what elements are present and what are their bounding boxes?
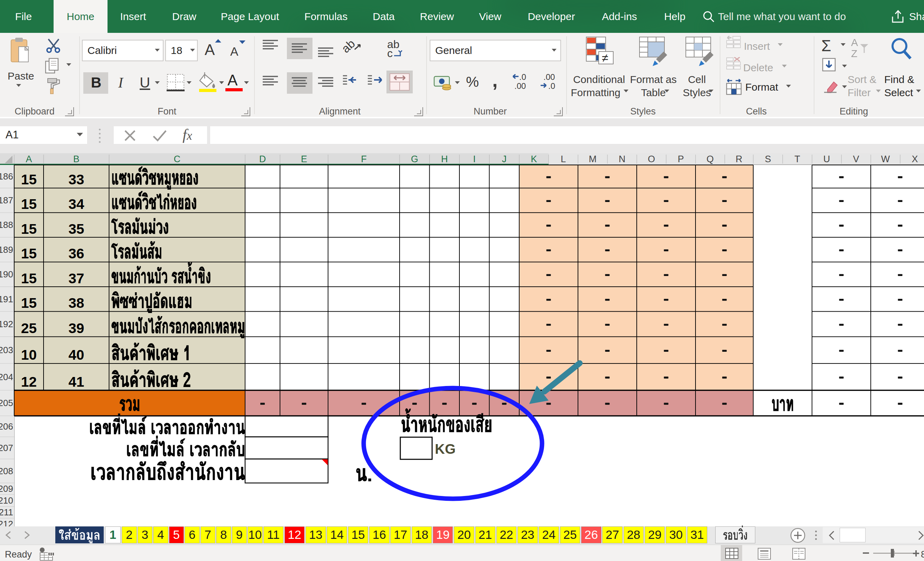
svg-text:189: 189 xyxy=(0,245,13,255)
svg-text:J: J xyxy=(502,154,507,164)
svg-text:188: 188 xyxy=(0,220,13,230)
svg-text:N: N xyxy=(619,154,626,164)
svg-text:40: 40 xyxy=(69,347,84,363)
svg-text:192: 192 xyxy=(0,319,13,329)
svg-text:A: A xyxy=(26,154,32,164)
svg-text:191: 191 xyxy=(0,294,13,304)
svg-text:15: 15 xyxy=(21,271,37,286)
svg-text:P: P xyxy=(678,154,684,164)
svg-text:M: M xyxy=(589,154,597,164)
svg-text:S: S xyxy=(765,154,771,164)
svg-text:208: 208 xyxy=(0,466,13,476)
svg-text:36: 36 xyxy=(69,245,84,262)
svg-text:206: 206 xyxy=(0,421,13,432)
svg-text:34: 34 xyxy=(69,196,84,212)
svg-text:K: K xyxy=(531,154,537,164)
svg-text:C: C xyxy=(174,154,181,164)
svg-text:V: V xyxy=(853,154,859,164)
svg-text:X: X xyxy=(912,154,918,164)
svg-text:KG: KG xyxy=(435,441,456,457)
svg-text:25: 25 xyxy=(21,320,37,336)
svg-text:204: 204 xyxy=(0,372,13,382)
svg-text:41: 41 xyxy=(69,374,84,390)
svg-text:15: 15 xyxy=(21,245,37,262)
svg-text:L: L xyxy=(561,154,566,164)
svg-text:187: 187 xyxy=(0,195,13,205)
svg-text:E: E xyxy=(301,154,307,164)
svg-text:203: 203 xyxy=(0,345,13,355)
svg-text:15: 15 xyxy=(21,171,37,188)
svg-text:H: H xyxy=(441,154,448,164)
svg-text:T: T xyxy=(794,154,800,164)
svg-text:38: 38 xyxy=(69,295,84,311)
svg-text:W: W xyxy=(881,154,890,164)
svg-text:39: 39 xyxy=(69,320,84,336)
svg-text:Q: Q xyxy=(706,154,714,164)
svg-text:15: 15 xyxy=(21,196,37,212)
svg-text:15: 15 xyxy=(21,221,37,237)
svg-text:37: 37 xyxy=(69,271,84,286)
svg-text:190: 190 xyxy=(0,269,13,280)
svg-text:D: D xyxy=(259,154,266,164)
svg-text:F: F xyxy=(361,154,367,164)
svg-text:I: I xyxy=(473,154,476,164)
svg-text:O: O xyxy=(648,154,655,164)
svg-text:10: 10 xyxy=(21,347,37,363)
svg-text:205: 205 xyxy=(0,398,13,408)
svg-text:33: 33 xyxy=(69,171,84,188)
svg-text:R: R xyxy=(736,154,742,164)
svg-text:15: 15 xyxy=(21,295,37,311)
svg-text:35: 35 xyxy=(69,221,84,237)
svg-text:207: 207 xyxy=(0,443,13,453)
svg-text:209: 209 xyxy=(0,484,13,494)
svg-text:186: 186 xyxy=(0,171,13,182)
svg-text:U: U xyxy=(824,154,830,164)
svg-text:G: G xyxy=(411,154,418,164)
svg-text:211: 211 xyxy=(0,507,13,517)
svg-text:210: 210 xyxy=(0,495,13,506)
svg-text:B: B xyxy=(73,154,80,164)
svg-text:12: 12 xyxy=(21,374,37,390)
